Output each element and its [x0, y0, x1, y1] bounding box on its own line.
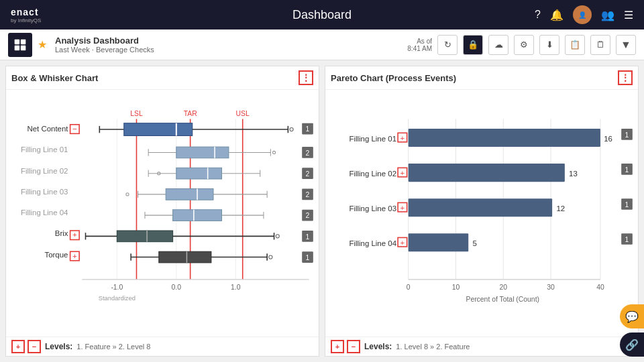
avatar[interactable]: 👤	[573, 5, 592, 24]
svg-text:2: 2	[306, 170, 310, 178]
dashboard-svg	[13, 38, 27, 52]
svg-text:LSL: LSL	[130, 110, 143, 117]
menu-icon[interactable]: ☰	[624, 9, 633, 21]
svg-rect-119	[409, 198, 552, 217]
nav-title: Dashboard	[292, 8, 352, 22]
svg-text:20: 20	[499, 284, 507, 292]
copy-button[interactable]: 📋	[565, 35, 585, 55]
box-whisker-footer-icons: + −	[11, 340, 41, 353]
float-link-button[interactable]: 🔗	[620, 333, 644, 357]
lock-button[interactable]: 🔒	[463, 35, 483, 55]
svg-text:40: 40	[596, 284, 604, 292]
pareto-body: Filling Line 01 Filling Line 02 Filling …	[325, 90, 638, 337]
box-whisker-add-button[interactable]: +	[11, 340, 25, 353]
svg-text:Standardized: Standardized	[99, 295, 136, 302]
sub-nav-texts: Analysis Dashboard Last Week · Beverage …	[55, 36, 402, 54]
svg-text:+: +	[400, 204, 405, 212]
svg-text:Filling Line 01: Filling Line 01	[349, 135, 396, 143]
box-whisker-footer: + − Levels: 1. Feature » 2. Level 8	[6, 337, 319, 356]
help-icon[interactable]: ?	[535, 9, 541, 21]
refresh-button[interactable]: ↻	[437, 35, 458, 55]
download-button[interactable]: ⬇	[539, 35, 559, 55]
nav-logo: enact by InfinityQS	[11, 7, 41, 23]
svg-text:13: 13	[569, 170, 578, 178]
pareto-add-button[interactable]: +	[331, 340, 344, 353]
svg-text:2: 2	[306, 212, 310, 219]
notes-button[interactable]: 🗒	[590, 35, 610, 55]
svg-text:1: 1	[625, 166, 629, 174]
box-whisker-remove-button[interactable]: −	[28, 340, 41, 353]
svg-text:Brix: Brix	[55, 229, 68, 237]
svg-rect-1	[21, 39, 26, 44]
main-content: Box & Whisker Chart ⋮ Net Content Fillin…	[0, 60, 644, 362]
svg-text:2: 2	[306, 149, 310, 157]
box-whisker-header: Box & Whisker Chart ⋮	[6, 66, 319, 90]
svg-point-64	[126, 193, 129, 196]
svg-text:1: 1	[306, 254, 310, 261]
pareto-header: Pareto Chart (Process Events) ⋮	[325, 66, 638, 90]
svg-text:12: 12	[556, 204, 565, 213]
svg-point-46	[272, 151, 275, 154]
as-of-text: As of 8:41 AM	[407, 38, 432, 52]
pareto-title: Pareto Chart (Process Events)	[331, 73, 456, 83]
svg-text:TAR: TAR	[184, 110, 198, 117]
filter-button[interactable]: ▼	[616, 35, 636, 55]
box-whisker-levels-text: 1. Feature » 2. Level 8	[76, 343, 150, 351]
svg-text:1: 1	[625, 201, 629, 208]
svg-text:1: 1	[306, 125, 310, 133]
sub-nav-right: As of 8:41 AM ↻ 🔒 ☁ ⚙ ⬇ 📋 🗒 ▼	[407, 35, 636, 55]
svg-point-37	[290, 127, 293, 131]
svg-text:1.0: 1.0	[231, 284, 241, 292]
box-whisker-levels-label: Levels:	[45, 342, 72, 351]
pareto-levels-label: Levels:	[364, 342, 392, 351]
pareto-panel: Pareto Chart (Process Events) ⋮ Filling …	[325, 66, 639, 357]
svg-text:+: +	[72, 252, 77, 260]
svg-text:-1.0: -1.0	[111, 284, 123, 292]
svg-rect-123	[409, 233, 469, 251]
box-whisker-menu-button[interactable]: ⋮	[299, 70, 313, 85]
notification-icon[interactable]: 🔔	[550, 9, 564, 21]
pareto-menu-button[interactable]: ⋮	[618, 70, 633, 85]
box-whisker-panel: Box & Whisker Chart ⋮ Net Content Fillin…	[5, 66, 319, 357]
svg-text:USL: USL	[236, 110, 250, 117]
svg-point-81	[276, 235, 279, 238]
svg-text:Filling Line 04: Filling Line 04	[21, 208, 68, 217]
float-chat-button[interactable]: 💬	[620, 304, 644, 328]
svg-text:16: 16	[604, 135, 612, 143]
svg-text:1: 1	[306, 233, 310, 241]
svg-text:+: +	[72, 231, 77, 239]
svg-text:−: −	[72, 125, 77, 133]
svg-text:Filling Line 01: Filling Line 01	[21, 145, 68, 154]
svg-rect-3	[21, 45, 26, 50]
svg-text:0: 0	[407, 284, 411, 292]
svg-text:Filling Line 04: Filling Line 04	[349, 239, 396, 247]
pareto-remove-button[interactable]: −	[347, 340, 360, 353]
dashboard-subtitle: Last Week · Beverage Checks	[55, 46, 402, 54]
pareto-footer-icons: + −	[331, 340, 360, 353]
svg-text:10: 10	[452, 284, 460, 292]
logo-subtext: by InfinityQS	[11, 17, 41, 23]
svg-text:Percent of Total (Count): Percent of Total (Count)	[466, 296, 539, 303]
svg-text:30: 30	[547, 284, 555, 292]
svg-text:Net Content: Net Content	[27, 125, 68, 133]
svg-text:1: 1	[625, 131, 629, 139]
nav-icons: ? 🔔 👤 👥 ☰	[535, 5, 633, 24]
svg-rect-0	[15, 39, 20, 44]
svg-text:Filling Line 02: Filling Line 02	[349, 170, 396, 178]
users-icon[interactable]: 👥	[601, 9, 614, 21]
settings-button[interactable]: ⚙	[514, 35, 534, 55]
svg-text:+: +	[400, 169, 405, 177]
pareto-svg: Filling Line 01 Filling Line 02 Filling …	[328, 93, 635, 334]
svg-rect-111	[409, 129, 600, 147]
cloud-button[interactable]: ☁	[488, 35, 508, 55]
svg-rect-77	[117, 231, 172, 242]
box-whisker-body: Net Content Filling Line 01 Filling Line…	[6, 90, 319, 337]
svg-rect-69	[173, 210, 222, 221]
svg-text:1: 1	[625, 236, 629, 243]
svg-rect-115	[409, 164, 565, 182]
svg-text:0.0: 0.0	[172, 284, 182, 292]
favorite-star-icon[interactable]: ★	[38, 38, 47, 51]
svg-rect-86	[159, 251, 211, 263]
svg-text:+: +	[400, 239, 405, 247]
svg-rect-51	[176, 168, 222, 179]
